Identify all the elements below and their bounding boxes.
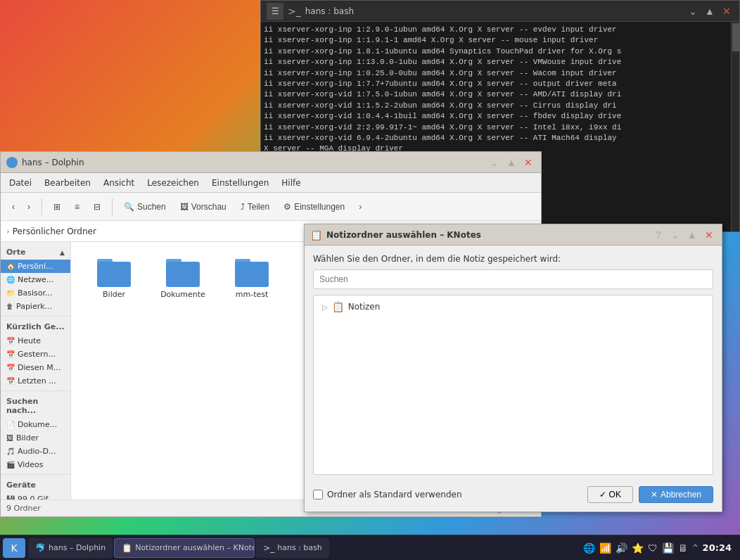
tree-item-notizen[interactable]: ▷ 📋 Notizen <box>317 298 710 315</box>
toolbar-preview-button[interactable]: 🖼 Vorschau <box>174 199 232 215</box>
tray-expand-icon[interactable]: ^ <box>692 544 698 552</box>
taskbar-time: 20:24 <box>703 542 732 553</box>
sidebar-item-trash[interactable]: 🗑 Papierk... <box>1 300 70 313</box>
terminal-line: ii xserver-xorg-vid 6.9.4-2ubuntu amd64 … <box>264 133 736 144</box>
knotes-checkbox-row: Ordner als Standard verwenden <box>313 490 462 499</box>
toolbar-view-columns-button[interactable]: ⊟ <box>88 199 106 215</box>
knotes-help-button[interactable]: ? <box>651 228 665 242</box>
tray-network-icon[interactable]: 🌐 <box>583 542 595 554</box>
terminal-scrollbar[interactable] <box>731 22 739 231</box>
tray-star-icon[interactable]: ⭐ <box>632 542 644 554</box>
terminal-close-button[interactable]: ✕ <box>720 4 734 18</box>
terminal-line: ii xserver-xorg-vid 1:0.4.4-1buil amd64 … <box>264 111 736 122</box>
dolphin-menubar: Datei Bearbeiten Ansicht Lesezeichen Ein… <box>1 173 541 193</box>
toolbar-view-icons-button[interactable]: ⊞ <box>48 199 66 215</box>
terminal-minimize-button[interactable]: ▲ <box>703 4 717 18</box>
toolbar-separator2 <box>112 198 113 215</box>
sidebar-item-base[interactable]: 📁 Basisor... <box>1 286 70 300</box>
knotes-cancel-button[interactable]: ✕ Abbrechen <box>639 486 713 503</box>
taskbar-start-button[interactable]: K <box>3 538 25 558</box>
dolphin-title-controls: ⌄ ▲ ✕ <box>487 155 535 170</box>
taskbar-item-dolphin[interactable]: 🐬 hans – Dolphin <box>28 538 113 558</box>
knotes-description: Wählen Sie den Ordner, in dem die Notiz … <box>313 254 713 264</box>
tree-folder-icon: 📋 <box>332 301 344 312</box>
menu-datei[interactable]: Datei <box>4 177 37 189</box>
statusbar-count: 9 Ordner <box>6 504 41 513</box>
terminal-line: ii xserver-xorg-inp 1:1.9.1-1 amd64 X.Or… <box>264 35 736 46</box>
sidebar-item-lastmonth[interactable]: 📅 Letzten ... <box>1 374 70 388</box>
knotes-ok-button[interactable]: ✓ OK <box>587 486 633 503</box>
calendar-icon3: 📅 <box>6 364 15 371</box>
toolbar-search-button[interactable]: 🔍 Suchen <box>118 199 172 215</box>
toolbar-share-button[interactable]: ⤴ Teilen <box>235 199 275 215</box>
knotes-search-input[interactable] <box>313 269 713 289</box>
sidebar-item-videos[interactable]: 🎬 Videos <box>1 458 70 471</box>
terminal-line: ii xserver-xorg-vid 2:2.99.917-1~ amd64 … <box>264 122 736 133</box>
sidebar-item-hdd[interactable]: 💾 99,0 Gif... <box>1 492 70 499</box>
tray-volume-icon[interactable]: 🔊 <box>615 542 627 554</box>
menu-ansicht[interactable]: Ansicht <box>98 177 140 189</box>
file-item[interactable]: Dokumente <box>151 253 215 305</box>
terminal-line: ii xserver-xorg-vid 1:1.5.2-2ubun amd64 … <box>264 101 736 111</box>
file-label: Bilder <box>103 290 125 299</box>
toolbar-more-button[interactable]: › <box>353 199 367 215</box>
dolphin-minimize-button[interactable]: ▲ <box>504 155 518 170</box>
knotes-titlebar: 📋 Notizordner auswählen – KNotes ? ⌄ ▲ ✕ <box>305 224 722 246</box>
sidebar-item-network[interactable]: 🌐 Netzwe... <box>1 273 70 286</box>
sidebar-item-images[interactable]: 🖼 Bilder <box>1 431 70 445</box>
terminal-prompt-icon: >_ <box>288 6 301 17</box>
terminal-dropdown-button[interactable]: ⌄ <box>686 4 700 18</box>
tray-shield-icon[interactable]: 🛡 <box>648 542 658 554</box>
taskbar-item-terminal[interactable]: >_ hans : bash <box>256 538 329 558</box>
sidebar-item-audio[interactable]: 🎵 Audio-D... <box>1 445 70 458</box>
sidebar-item-yesterday[interactable]: 📅 Gestern... <box>1 348 70 361</box>
sidebar-divider3 <box>1 474 70 475</box>
sidebar-item-personal[interactable]: 🏠 Persönl... <box>1 260 70 273</box>
knotes-checkbox-label: Ordner als Standard verwenden <box>327 490 462 499</box>
dolphin-titlebar: hans – Dolphin ⌄ ▲ ✕ <box>1 152 541 173</box>
sidebar-item-today[interactable]: 📅 Heute <box>1 334 70 348</box>
sidebar-recent-header: Kürzlich Ge... <box>1 319 70 334</box>
knotes-tree: ▷ 📋 Notizen <box>313 295 713 475</box>
knotes-dropdown-button[interactable]: ⌄ <box>668 228 682 242</box>
knotes-minimize-button[interactable]: ▲ <box>685 228 699 242</box>
toolbar-settings-button[interactable]: ⚙ Einstellungen <box>278 199 350 215</box>
terminal-titlebar: ☰ >_ hans : bash ⌄ ▲ ✕ <box>261 1 739 22</box>
menu-bearbeiten[interactable]: Bearbeiten <box>39 177 96 189</box>
dolphin-dropdown-button[interactable]: ⌄ <box>487 155 502 170</box>
sidebar-orte-header: Orte ▲ <box>1 245 70 260</box>
toolbar-forward-button[interactable]: › <box>22 199 36 215</box>
terminal-taskbar-icon: >_ <box>263 543 274 553</box>
dolphin-app-icon <box>6 157 18 168</box>
sidebar-item-docs[interactable]: 📄 Dokume... <box>1 418 70 431</box>
knotes-close-button[interactable]: ✕ <box>702 228 716 242</box>
tray-wifi-icon[interactable]: 📶 <box>599 542 611 554</box>
knotes-footer: Ordner als Standard verwenden ✓ OK ✕ Abb… <box>305 483 722 511</box>
dolphin-close-button[interactable]: ✕ <box>521 155 535 170</box>
file-item[interactable]: Bilder <box>82 253 146 305</box>
file-label: mm-test <box>236 290 269 299</box>
doc-icon: 📄 <box>6 421 15 428</box>
toolbar-back-button[interactable]: ‹ <box>6 199 20 215</box>
knotes-default-checkbox[interactable] <box>313 490 323 499</box>
terminal-menu-button[interactable]: ☰ <box>267 3 283 20</box>
knotes-title-text: Notizordner auswählen – KNotes <box>326 230 481 240</box>
knotes-title-left: 📋 Notizordner auswählen – KNotes <box>310 229 481 241</box>
taskbar-item-knotes-label: Notizordner auswählen – KNotes <box>135 543 255 552</box>
tray-display-icon[interactable]: 🖥 <box>678 542 688 554</box>
dolphin-sidebar: Orte ▲ 🏠 Persönl... 🌐 Netzwe... 📁 Basiso… <box>1 242 71 499</box>
sidebar-divider2 <box>1 390 70 391</box>
terminal-line: ii xserver-xorg-inp 1.8.1-1ubuntu amd64 … <box>264 46 736 57</box>
menu-lesezeichen[interactable]: Lesezeichen <box>141 177 205 189</box>
sidebar-item-thismonth[interactable]: 📅 Diesen M... <box>1 361 70 374</box>
toolbar-view-details-button[interactable]: ≡ <box>69 199 85 215</box>
calendar-icon4: 📅 <box>6 377 15 385</box>
calendar-icon2: 📅 <box>6 350 15 358</box>
menu-hilfe[interactable]: Hilfe <box>276 177 306 189</box>
tray-save-icon[interactable]: 💾 <box>662 542 674 554</box>
file-item[interactable]: mm-test <box>220 253 283 305</box>
dolphin-title-left: hans – Dolphin <box>6 157 84 168</box>
menu-einstellungen[interactable]: Einstellungen <box>206 177 274 189</box>
taskbar-item-knotes[interactable]: 📋 Notizordner auswählen – KNotes <box>114 538 255 558</box>
taskbar: K 🐬 hans – Dolphin 📋 Notizordner auswähl… <box>0 535 740 560</box>
